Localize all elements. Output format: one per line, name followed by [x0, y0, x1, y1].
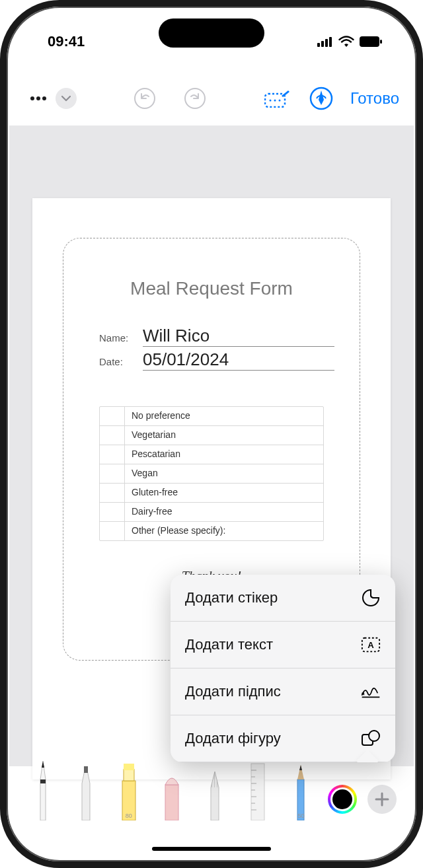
- ruler-tool[interactable]: [242, 754, 274, 820]
- options-table: No preference Vegetarian Pescatarian Veg…: [99, 406, 324, 541]
- tool-value-label: 80: [126, 813, 132, 819]
- add-signature-item[interactable]: Додати підпис: [171, 669, 395, 715]
- tool-value-label: 50: [297, 813, 304, 819]
- signature-icon: [361, 682, 381, 702]
- add-menu-popup: Додати стікер Додати текст A Додати підп…: [171, 575, 395, 762]
- autofill-icon[interactable]: [263, 84, 292, 113]
- table-row[interactable]: Other (Please specify):: [100, 522, 323, 540]
- popup-item-label: Додати фігуру: [185, 730, 281, 747]
- date-field-label: Date:: [99, 356, 143, 367]
- highlighter-tool[interactable]: 80: [112, 754, 145, 820]
- sticker-icon: [361, 588, 381, 608]
- lasso-tool[interactable]: [199, 754, 231, 820]
- chevron-down-icon[interactable]: [56, 88, 77, 109]
- table-row[interactable]: Pescatarian: [100, 445, 323, 464]
- svg-rect-24: [124, 764, 134, 770]
- document-title: Meal Request Form: [86, 278, 337, 299]
- marker-tool[interactable]: [69, 754, 102, 820]
- svg-rect-21: [40, 779, 46, 783]
- done-button[interactable]: Готово: [350, 89, 399, 108]
- add-sticker-item[interactable]: Додати стікер: [171, 575, 395, 622]
- svg-point-20: [369, 731, 379, 741]
- table-row[interactable]: Gluten-free: [100, 484, 323, 503]
- date-field-value[interactable]: 05/01/2024: [143, 349, 334, 371]
- svg-rect-0: [317, 43, 320, 47]
- svg-point-12: [269, 100, 271, 102]
- table-row[interactable]: Dairy-free: [100, 503, 323, 522]
- name-field-value[interactable]: Will Rico: [143, 326, 334, 347]
- wifi-icon: [338, 36, 354, 48]
- svg-point-7: [36, 96, 40, 100]
- svg-rect-22: [84, 766, 88, 773]
- popup-item-label: Додати текст: [185, 636, 273, 653]
- home-indicator[interactable]: [152, 847, 271, 851]
- add-button[interactable]: [367, 785, 397, 814]
- cellular-icon: [317, 36, 333, 47]
- battery-icon: [360, 36, 382, 47]
- svg-text:A: A: [367, 640, 374, 650]
- text-box-icon: A: [361, 635, 381, 655]
- popup-item-label: Додати підпис: [185, 683, 281, 700]
- more-icon[interactable]: [24, 84, 53, 113]
- shape-icon: [361, 729, 381, 748]
- table-row[interactable]: No preference: [100, 407, 323, 426]
- undo-icon[interactable]: [130, 84, 159, 113]
- markup-toolbar: Готово: [9, 75, 414, 122]
- status-icons: [317, 36, 382, 48]
- svg-rect-4: [360, 36, 379, 47]
- svg-rect-1: [321, 41, 324, 47]
- popup-item-label: Додати стікер: [185, 589, 278, 606]
- svg-point-14: [278, 100, 280, 102]
- svg-rect-27: [251, 764, 264, 820]
- tool-tray: 80 50: [9, 754, 414, 840]
- table-row[interactable]: Vegetarian: [100, 426, 323, 445]
- svg-rect-25: [165, 785, 178, 820]
- redo-icon[interactable]: [180, 84, 210, 113]
- table-row[interactable]: Vegan: [100, 464, 323, 484]
- add-text-item[interactable]: Додати текст A: [171, 622, 395, 669]
- markup-pen-icon[interactable]: [307, 84, 336, 113]
- svg-point-13: [274, 100, 276, 102]
- svg-rect-3: [329, 37, 332, 47]
- pen-tool[interactable]: [26, 754, 59, 820]
- pencil-tool[interactable]: 50: [285, 754, 317, 820]
- svg-point-8: [42, 96, 46, 100]
- svg-point-6: [30, 96, 34, 100]
- svg-rect-5: [380, 40, 382, 44]
- name-field-label: Name:: [99, 332, 143, 344]
- eraser-tool[interactable]: [155, 754, 188, 820]
- color-picker[interactable]: [328, 785, 357, 814]
- svg-rect-2: [325, 39, 328, 47]
- status-time: 09:41: [48, 33, 85, 50]
